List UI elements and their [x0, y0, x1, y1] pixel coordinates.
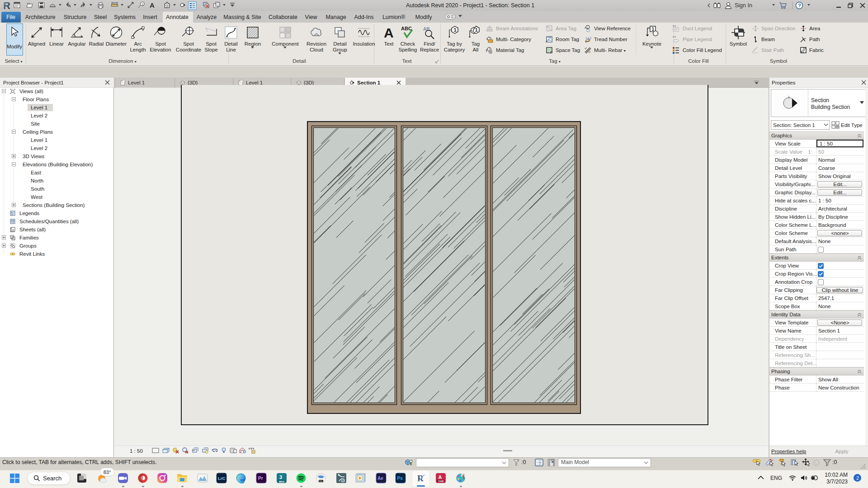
svg-text:12: 12 [341, 479, 345, 483]
svg-text:ABC: ABC [401, 26, 412, 31]
svg-text:Pr: Pr [258, 476, 263, 481]
svg-text:R: R [3, 0, 10, 10]
svg-text:3: 3 [279, 474, 282, 480]
svg-text:CAD: CAD [439, 480, 444, 483]
svg-text:Ae: Ae [377, 476, 383, 481]
svg-text:A: A [150, 1, 155, 9]
svg-text:A: A [384, 25, 394, 40]
svg-text:Pro: Pro [320, 480, 323, 482]
svg-text:Ps: Ps [397, 476, 403, 481]
svg-text:MAX: MAX [279, 480, 285, 483]
svg-text:?: ? [798, 3, 801, 8]
svg-text:1: 1 [587, 26, 589, 29]
svg-text:1: 1 [454, 27, 457, 33]
svg-text:LrC: LrC [218, 476, 226, 481]
svg-text:A: A [439, 474, 442, 480]
svg-text:1: 1 [142, 2, 144, 6]
svg-text:1: 1 [489, 47, 491, 51]
svg-text:1: 1 [652, 27, 655, 32]
svg-text:1: 1 [475, 27, 478, 33]
svg-text:1 2 3: 1 2 3 [585, 37, 591, 39]
